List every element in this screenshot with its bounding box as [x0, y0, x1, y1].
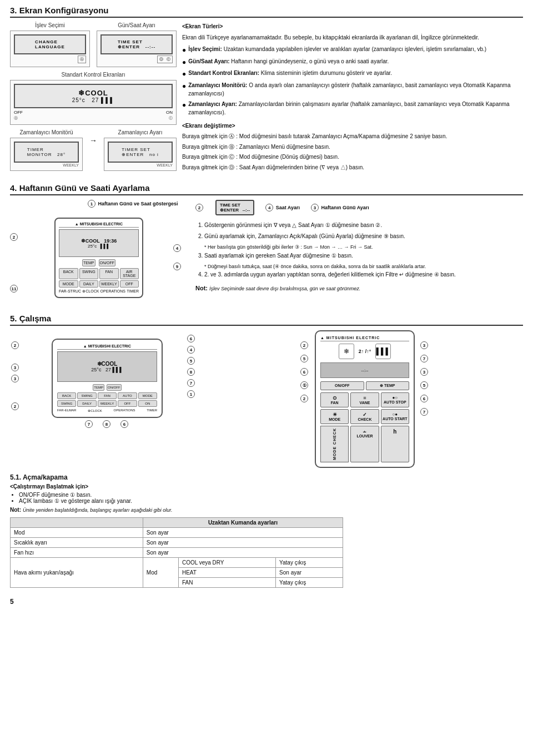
callout-1-s5: 1: [187, 390, 196, 398]
fan-rp-btn: ⊙ FAN: [320, 392, 349, 407]
louver-rp-label: LOUVER: [352, 434, 377, 438]
autostop-rp-btn: ●○ AUTO STOP: [381, 392, 409, 407]
h-rp-label: h: [383, 429, 408, 435]
table-yatay3: Yatay çıkış: [276, 578, 343, 588]
louver-rp-btn[interactable]: ⫠ LOUVER: [350, 426, 379, 462]
fan-btn-5[interactable]: FAN: [98, 392, 117, 399]
h-rp-btn[interactable]: h: [381, 426, 409, 462]
back-btn[interactable]: BACK: [59, 268, 78, 279]
check-rp-btn: ✓ CHECK: [350, 409, 379, 424]
mode-btn-4[interactable]: MODE: [59, 280, 78, 288]
autostart-icon: ○●: [383, 412, 408, 417]
weekly-btn-5[interactable]: WEEKLY: [98, 400, 117, 407]
table-fan-value: Son ayar: [143, 548, 343, 558]
callout-2-s5: 2: [11, 341, 20, 349]
table-hava-mod: Mod: [143, 558, 178, 588]
standart-kontrol-screen: ❄COOL 25°c 27 ▌▌▌ OFF ON ⒷⒸ: [10, 80, 177, 125]
note-label-5: Not:: [10, 507, 21, 513]
onoff-btn-5[interactable]: ON/OFF: [107, 384, 122, 391]
time-set-row: 2 TIME SET⊕ENTER --:-- 4 Saat Ayarı 3 Ha…: [195, 200, 523, 215]
on-btn-5[interactable]: ON: [138, 400, 157, 407]
circle-3-top: 3 Haftanın Günü Ayarı: [311, 204, 369, 211]
table-sicaklik-value: Son ayar: [143, 538, 343, 548]
left-callouts-r: 2 5 6 ① 2: [300, 330, 309, 402]
check-rp-label[interactable]: CHECK: [352, 417, 377, 421]
onoff-btn-4[interactable]: ON/OFF: [99, 259, 115, 266]
circle-2-small: 2: [195, 204, 204, 211]
mode-icon: ☀: [322, 412, 347, 417]
table-hava-label: Hava akımı yukarı/aşağı: [11, 558, 143, 588]
callout-4-right: 4: [173, 244, 182, 252]
note-text-5: Ünite yeniden başlatıldığında, başlangıç…: [23, 507, 172, 513]
brand-label-5: ▲ MITSUBISHI ELECTRIC: [57, 344, 157, 350]
on-label: ON: [166, 110, 173, 115]
bottom-callouts: 7 8 6: [21, 420, 193, 428]
s51-step1: ON/OFF düğmesine ① basın.: [19, 492, 523, 498]
table-sicaklik-label: Sıcaklık ayarı: [11, 538, 143, 548]
swing2-btn-5[interactable]: SWING: [57, 400, 76, 407]
fan-rp-label[interactable]: FAN: [322, 401, 347, 405]
swing-btn-5[interactable]: SWING: [77, 392, 96, 399]
fan-icon: ⊙: [322, 395, 347, 401]
bullet-zamanAyar: ● Zamanlayıcı Ayarı: Zamanlayıcılardan b…: [182, 100, 523, 117]
gun-saat-label: Gün/Saat Ayarı: [97, 22, 177, 28]
temp-display-r: 2↑ /↑°: [359, 344, 371, 359]
daily-btn[interactable]: DAILY: [79, 280, 99, 288]
cool-icon: ❄: [339, 344, 354, 359]
section5-left: 2 3 3 2 6 4 5 8 7 1 ▲ MITSUBISHI ELECTRI…: [10, 330, 199, 468]
off-btn-5[interactable]: OFF: [118, 400, 137, 407]
vane-rp-label[interactable]: VANE: [352, 401, 377, 405]
section4-note: Not: İşlev Seçiminde saat devre dışı bır…: [195, 285, 523, 291]
table-row-sicaklik: Sıcaklık ayarı Son ayar: [11, 538, 343, 548]
section3-left-diagrams: İşlev Seçimi CHANGELANGUAGE Ⓐ Gün/Saat A…: [10, 22, 177, 173]
rp-top-buttons: ON/OFF ⊕ TEMP: [320, 381, 409, 390]
section3-title: 3. Ekran Konfigürasyonu: [10, 6, 523, 18]
table-header-uzaktan: Uzaktan Kumanda ayarları: [143, 518, 343, 528]
autostart-rp-label[interactable]: AUTO START: [383, 417, 408, 421]
table-fan-mode: FAN: [178, 578, 275, 588]
section3: 3. Ekran Konfigürasyonu İşlev Seçimi CHA…: [10, 6, 523, 173]
mode-check-combined-btn[interactable]: MODE CHECK: [320, 426, 349, 462]
temp-btn[interactable]: TEMP: [82, 259, 95, 266]
zamanlamaMonitor-block: Zamanlayıcı Monitörü TIMERMONITOR 28° WE…: [10, 129, 83, 171]
saat-ayari-label: Saat Ayarı: [276, 205, 300, 210]
airstage-btn[interactable]: AIRSTAGE: [120, 268, 139, 279]
onoff-rp-btn[interactable]: ON/OFF: [320, 381, 364, 390]
table-fan-label: Fan hızı: [11, 548, 143, 558]
mode-btn-5[interactable]: MODE: [138, 392, 157, 399]
right-callouts-r: 3 7 3 5 6 7: [420, 330, 429, 416]
step-B: Buraya gitmek için Ⓑ : Zamanlayıcı Menü …: [182, 143, 523, 152]
ekran-turleri-heading: <Ekran Türleri>: [182, 22, 523, 31]
autostop-rp-label[interactable]: AUTO STOP: [383, 400, 408, 404]
weekly-btn[interactable]: WEEKLY: [99, 280, 119, 288]
table-cool-dry: COOL veya DRY: [178, 558, 275, 568]
temp-btn-5[interactable]: TEMP: [93, 384, 104, 391]
swing-btn[interactable]: SWING: [79, 268, 99, 279]
circle-4-small: 4 Saat Ayarı: [265, 204, 300, 211]
zamanlamaAyar-label: Zamanlayıcı Ayarı: [104, 129, 177, 135]
callout-11-left: 11: [10, 285, 19, 293]
table-header-empty: [11, 518, 143, 528]
fan-btn-4[interactable]: FAN: [99, 268, 119, 279]
daily-btn-5[interactable]: DAILY: [77, 400, 96, 407]
startup-table: Uzaktan Kumanda ayarları Mod Son ayar Sı…: [10, 517, 343, 588]
right-remote-panel: ▲ MITSUBISHI ELECTRIC ❄ 2↑ /↑° ▌▌▌ --:--…: [315, 330, 415, 468]
back-btn-5[interactable]: BACK: [57, 392, 76, 399]
section3-right-text: <Ekran Türleri> Ekran dili Türkçeye ayar…: [182, 22, 523, 173]
table-mod-value: Son ayar: [143, 528, 343, 538]
callout-2-left: 2: [10, 233, 19, 241]
callout-2b-s5: 2: [11, 402, 20, 410]
mode-rp-label[interactable]: MODE: [322, 417, 347, 421]
step4-1: Göstergenin görünmesi için ∇ veya △ Saat…: [204, 221, 523, 230]
remote-big-5: ▲ MITSUBISHI ELECTRIC ❄COOL 25°c 27 ▌▌▌ …: [52, 339, 163, 418]
mode-check-text: MODE CHECK: [333, 428, 336, 460]
page-number: 5: [10, 598, 523, 606]
temp-rp-btn[interactable]: ⊕ TEMP: [366, 381, 410, 390]
auto-btn-5[interactable]: AUTO: [118, 392, 137, 399]
off-timer-btn[interactable]: OFF: [120, 280, 139, 288]
table-row-fan: Fan hızı Son ayar: [11, 548, 343, 558]
remote-body-4: ▲ MITSUBISHI ELECTRIC ❄COOL 19:36 25°c ▌…: [54, 218, 143, 298]
note-text-4: İşlev Seçiminde saat devre dışı bırakılm…: [209, 286, 360, 291]
gun-saat-block: Gün/Saat Ayarı TIME SET⊕ENTER --:-- Ⓓ Ⓒ: [97, 22, 177, 67]
s51-note: Not: Ünite yeniden başlatıldığında, başl…: [10, 506, 523, 513]
